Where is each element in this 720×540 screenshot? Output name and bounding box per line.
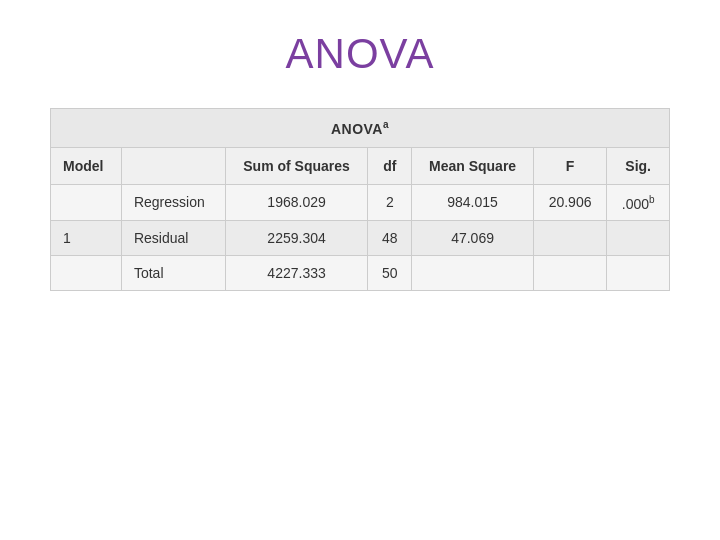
table-body: Regression1968.0292984.01520.906.000b1Re…: [51, 184, 670, 291]
cell-mean-square: 47.069: [412, 221, 534, 256]
table-row: Regression1968.0292984.01520.906.000b: [51, 184, 670, 221]
cell-mean-square: 984.015: [412, 184, 534, 221]
cell-df: 48: [368, 221, 412, 256]
cell-sum-of-squares: 2259.304: [225, 221, 368, 256]
cell-sum-of-squares: 4227.333: [225, 256, 368, 291]
cell-f: 20.906: [533, 184, 606, 221]
cell-model-type: Total: [121, 256, 225, 291]
col-header-model: Model: [51, 147, 122, 184]
cell-df: 50: [368, 256, 412, 291]
col-header-f: F: [533, 147, 606, 184]
anova-table: ANOVAa Model Sum of Squares df Mean Squa…: [50, 108, 670, 291]
cell-model-type: Residual: [121, 221, 225, 256]
page-title: ANOVA: [286, 30, 435, 78]
table-row: 1Residual2259.3044847.069: [51, 221, 670, 256]
cell-model-number: [51, 256, 122, 291]
table-col-header-row: Model Sum of Squares df Mean Square F Si…: [51, 147, 670, 184]
cell-mean-square: [412, 256, 534, 291]
cell-model-type: Regression: [121, 184, 225, 221]
col-header-sig: Sig.: [607, 147, 670, 184]
cell-sig: [607, 256, 670, 291]
cell-f: [533, 256, 606, 291]
col-header-model-type: [121, 147, 225, 184]
cell-sig: .000b: [607, 184, 670, 221]
cell-df: 2: [368, 184, 412, 221]
table-row: Total4227.33350: [51, 256, 670, 291]
anova-table-container: ANOVAa Model Sum of Squares df Mean Squa…: [50, 108, 670, 291]
col-header-sum-of-squares: Sum of Squares: [225, 147, 368, 184]
cell-f: [533, 221, 606, 256]
col-header-mean-square: Mean Square: [412, 147, 534, 184]
cell-model-number: 1: [51, 221, 122, 256]
table-super-title: ANOVAa: [51, 109, 670, 148]
col-header-df: df: [368, 147, 412, 184]
cell-sum-of-squares: 1968.029: [225, 184, 368, 221]
table-super-header-row: ANOVAa: [51, 109, 670, 148]
cell-model-number: [51, 184, 122, 221]
cell-sig: [607, 221, 670, 256]
